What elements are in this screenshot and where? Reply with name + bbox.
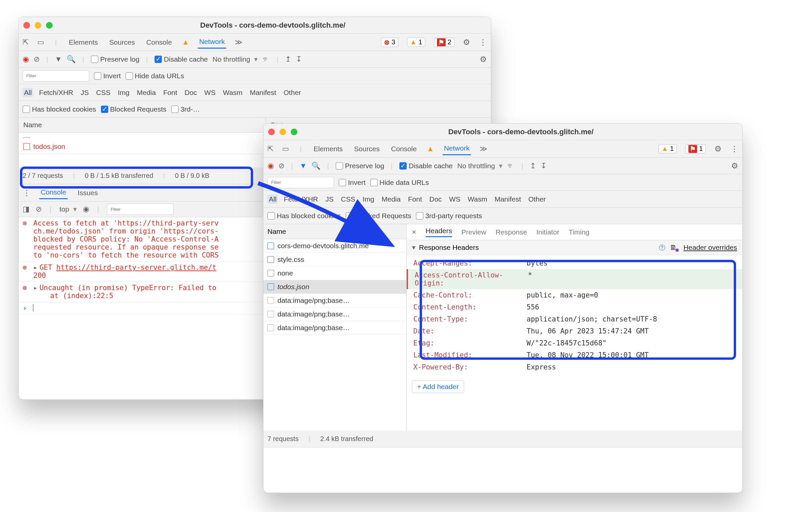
- third-party-checkbox[interactable]: 3rd-…: [171, 105, 200, 113]
- filter-input[interactable]: [23, 70, 89, 82]
- search-icon[interactable]: 🔍: [67, 55, 76, 64]
- drawer-menu-icon[interactable]: ⋮: [23, 188, 31, 198]
- chip-font[interactable]: Font: [407, 195, 423, 204]
- preserve-log-checkbox[interactable]: Preserve log: [336, 162, 384, 170]
- header-row[interactable]: Content-Length:556: [407, 301, 743, 313]
- header-row[interactable]: Last-Modified:Tue, 08 Nov 2022 15:00:01 …: [407, 349, 743, 361]
- header-row[interactable]: Access-Control-Allow-Origin:*: [407, 269, 743, 289]
- console-sidebar-icon[interactable]: ◨: [23, 205, 30, 214]
- console-filter-input[interactable]: [107, 203, 174, 215]
- chip-img[interactable]: Img: [361, 195, 376, 204]
- header-row[interactable]: Content-Type:application/json; charset=U…: [407, 313, 743, 325]
- chip-js[interactable]: JS: [324, 195, 335, 204]
- minimize-window-icon[interactable]: [280, 129, 286, 135]
- preserve-log-checkbox[interactable]: Preserve log: [91, 55, 140, 63]
- header-row[interactable]: X-Powered-By:Express: [407, 361, 743, 373]
- record-icon[interactable]: ◉: [267, 162, 274, 170]
- clear-icon[interactable]: ⊘: [34, 55, 40, 64]
- detail-tab-headers[interactable]: Headers: [426, 227, 452, 237]
- add-header-button[interactable]: + Add header: [412, 380, 464, 393]
- tab-console[interactable]: Console: [390, 143, 418, 155]
- network-settings-icon[interactable]: ⚙: [731, 161, 738, 171]
- chip-wasm[interactable]: Wasm: [222, 88, 244, 97]
- caret-icon[interactable]: [412, 244, 416, 252]
- header-row[interactable]: Accept-Ranges:bytes: [407, 257, 743, 269]
- import-har-icon[interactable]: ↧: [541, 162, 547, 170]
- chip-manifest[interactable]: Manifest: [493, 195, 522, 204]
- invert-checkbox[interactable]: Invert: [94, 72, 121, 80]
- clear-icon[interactable]: ⊘: [279, 162, 284, 170]
- filter-toggle-icon[interactable]: ▼: [299, 162, 307, 170]
- tab-sources[interactable]: Sources: [353, 143, 381, 155]
- disable-cache-checkbox[interactable]: Disable cache: [154, 55, 208, 63]
- drawer-tab-issues[interactable]: Issues: [76, 187, 99, 199]
- expand-icon[interactable]: [33, 263, 40, 272]
- chip-fetchxhr[interactable]: Fetch/XHR: [38, 88, 75, 97]
- chip-all[interactable]: All: [267, 195, 278, 204]
- chip-ws[interactable]: WS: [447, 195, 462, 204]
- more-tabs-icon[interactable]: ≫: [235, 38, 242, 47]
- detail-tab-response[interactable]: Response: [496, 228, 527, 236]
- chip-wasm[interactable]: Wasm: [466, 195, 489, 204]
- chip-css[interactable]: CSS: [95, 88, 112, 97]
- export-har-icon[interactable]: ↥: [530, 162, 536, 170]
- inspect-icon[interactable]: ⇱: [23, 38, 29, 47]
- live-expression-icon[interactable]: ◉: [83, 205, 89, 214]
- context-select[interactable]: top: [59, 205, 77, 213]
- list-item[interactable]: data:image/png;base…: [263, 294, 406, 308]
- kebab-menu-icon[interactable]: ⋮: [730, 144, 738, 153]
- hide-data-urls-checkbox[interactable]: Hide data URLs: [370, 178, 429, 187]
- device-toggle-icon[interactable]: ▭: [282, 145, 289, 153]
- chip-js[interactable]: JS: [79, 88, 90, 97]
- tab-console[interactable]: Console: [145, 36, 173, 48]
- list-item[interactable]: data:image/png;base…: [263, 308, 406, 321]
- chip-ws[interactable]: WS: [203, 88, 217, 97]
- col-name[interactable]: Name: [19, 118, 266, 132]
- network-conditions-icon[interactable]: ᯤ: [262, 55, 270, 64]
- tab-sources[interactable]: Sources: [108, 36, 136, 48]
- hide-data-urls-checkbox[interactable]: Hide data URLs: [125, 72, 184, 80]
- issues-badge[interactable]: ⚑2: [434, 38, 454, 47]
- close-window-icon[interactable]: [268, 129, 275, 135]
- header-row[interactable]: Etag:W/"22c-18457c15d68": [407, 337, 743, 349]
- kebab-menu-icon[interactable]: ⋮: [479, 38, 487, 47]
- chip-img[interactable]: Img: [117, 88, 131, 97]
- chip-other[interactable]: Other: [527, 195, 547, 204]
- list-item[interactable]: cors-demo-devtools.glitch.me: [263, 239, 406, 253]
- detail-tab-initiator[interactable]: Initiator: [536, 228, 559, 236]
- more-tabs-icon[interactable]: ≫: [480, 145, 487, 153]
- settings-icon[interactable]: ⚙: [715, 144, 722, 153]
- chip-doc[interactable]: Doc: [428, 195, 443, 204]
- third-party-checkbox[interactable]: 3rd-party requests: [416, 212, 482, 220]
- maximize-window-icon[interactable]: [291, 129, 297, 135]
- device-toggle-icon[interactable]: ▭: [37, 38, 44, 47]
- filter-toggle-icon[interactable]: ▼: [55, 55, 62, 64]
- tab-network[interactable]: Network: [443, 142, 471, 155]
- detail-tab-preview[interactable]: Preview: [461, 228, 486, 236]
- header-row[interactable]: Date:Thu, 06 Apr 2023 15:47:24 GMT: [407, 325, 743, 337]
- filter-input[interactable]: [267, 177, 334, 188]
- chip-doc[interactable]: Doc: [183, 88, 198, 97]
- clear-console-icon[interactable]: ⊘: [36, 205, 41, 214]
- warning-badge[interactable]: ▲1: [407, 38, 425, 47]
- chip-media[interactable]: Media: [136, 88, 157, 97]
- chip-all[interactable]: All: [23, 88, 33, 97]
- record-icon[interactable]: ◉: [23, 55, 29, 64]
- network-settings-icon[interactable]: ⚙: [480, 55, 487, 64]
- tab-elements[interactable]: Elements: [312, 143, 344, 155]
- issues-badge[interactable]: ⚑1: [686, 144, 706, 153]
- invert-checkbox[interactable]: Invert: [339, 178, 366, 187]
- search-icon[interactable]: 🔍: [311, 162, 320, 170]
- close-detail-icon[interactable]: ×: [412, 228, 416, 236]
- help-icon[interactable]: ?: [659, 245, 665, 251]
- maximize-window-icon[interactable]: [46, 22, 53, 29]
- name-header[interactable]: Name: [263, 224, 406, 239]
- blocked-cookies-checkbox[interactable]: Has blocked cookies: [23, 105, 96, 113]
- chip-fetchxhr[interactable]: Fetch/XHR: [283, 195, 319, 204]
- blocked-requests-checkbox[interactable]: Blocked Requests: [101, 105, 167, 113]
- tab-elements[interactable]: Elements: [67, 36, 99, 48]
- list-item[interactable]: todos.json: [263, 280, 406, 294]
- tab-network[interactable]: Network: [198, 36, 226, 49]
- settings-icon[interactable]: ⚙: [463, 38, 470, 47]
- list-item[interactable]: data:image/png;base…: [263, 321, 406, 335]
